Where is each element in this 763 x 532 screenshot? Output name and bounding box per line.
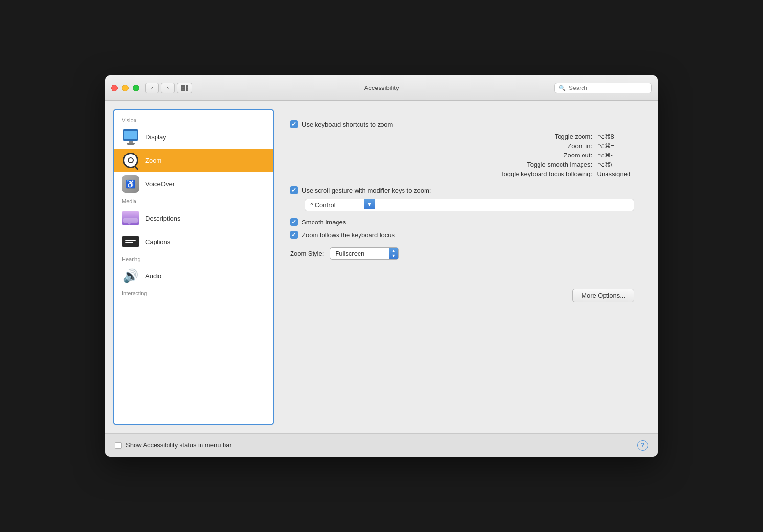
checkmark-icon-4: ✓ xyxy=(292,232,296,238)
grid-view-button[interactable] xyxy=(177,83,192,93)
hearing-section-header: Hearing xyxy=(114,253,273,264)
captions-label: Captions xyxy=(145,238,170,245)
checkmark-icon-3: ✓ xyxy=(292,219,296,225)
search-box[interactable]: 🔍 xyxy=(554,83,652,93)
sidebar-item-zoom[interactable]: Zoom xyxy=(114,149,273,172)
window-title: Accessibility xyxy=(364,84,399,91)
show-status-checkbox[interactable] xyxy=(115,442,122,449)
sidebar-item-display[interactable]: Display xyxy=(114,125,273,149)
chevron-up-icon: ▲ xyxy=(391,249,396,253)
zoom-in-label: Zoom in: xyxy=(494,142,592,150)
zoom-style-value: Fullscreen xyxy=(330,248,389,259)
accessibility-window: ‹ › Accessibility 🔍 Vision xyxy=(105,75,658,457)
nav-buttons: ‹ › xyxy=(145,83,175,93)
voiceover-label: VoiceOver xyxy=(145,180,175,188)
modifier-key-dropdown[interactable]: ^ Control ▼ xyxy=(305,199,634,211)
zoom-label: Zoom xyxy=(145,157,161,164)
traffic-lights xyxy=(111,85,139,91)
zoom-style-label: Zoom Style: xyxy=(290,250,324,257)
chevron-down-icon-2: ▼ xyxy=(391,254,396,258)
keyboard-focus-row: ✓ Zoom follows the keyboard focus xyxy=(290,231,634,239)
audio-label: Audio xyxy=(145,272,161,280)
zoom-out-value: ⌥⌘- xyxy=(595,152,634,159)
shortcut-row-smooth-images: Toggle smooth images: ⌥⌘\ xyxy=(305,161,634,168)
focus-following-value: Unassigned xyxy=(595,170,634,177)
keyboard-focus-checkbox[interactable]: ✓ xyxy=(290,231,298,239)
main-panel: ✓ Use keyboard shortcuts to zoom Toggle … xyxy=(274,109,650,425)
more-options-button[interactable]: More Options... xyxy=(572,289,634,302)
zoom-icon xyxy=(122,152,139,169)
sidebar: Vision Display xyxy=(113,109,274,425)
display-label: Display xyxy=(145,133,166,141)
audio-icon: 🔊 xyxy=(122,267,139,285)
keyboard-shortcuts-row: ✓ Use keyboard shortcuts to zoom xyxy=(290,120,634,128)
scroll-gesture-label: Use scroll gesture with modifier keys to… xyxy=(302,187,431,194)
focus-following-label: Toggle keyboard focus following: xyxy=(494,170,592,177)
help-button[interactable]: ? xyxy=(637,440,648,451)
shortcut-row-zoom-in: Zoom in: ⌥⌘= xyxy=(305,142,634,150)
search-icon: 🔍 xyxy=(559,85,566,91)
interacting-section-header: Interacting xyxy=(114,288,273,298)
zoom-in-value: ⌥⌘= xyxy=(595,142,634,150)
maximize-button[interactable] xyxy=(133,85,139,91)
keyboard-shortcuts-label: Use keyboard shortcuts to zoom xyxy=(302,121,393,128)
smooth-images-label: Toggle smooth images: xyxy=(494,161,592,168)
toggle-zoom-label: Toggle zoom: xyxy=(494,133,592,140)
scroll-gesture-row: ✓ Use scroll gesture with modifier keys … xyxy=(290,186,634,194)
sidebar-item-voiceover[interactable]: ♿ VoiceOver xyxy=(114,172,273,196)
minimize-button[interactable] xyxy=(122,85,129,91)
shortcut-row-focus: Toggle keyboard focus following: Unassig… xyxy=(305,170,634,177)
search-input[interactable] xyxy=(569,85,648,91)
zoom-out-label: Zoom out: xyxy=(494,152,592,159)
modifier-value-label: ^ Control xyxy=(305,200,364,211)
grid-icon xyxy=(181,85,188,91)
sidebar-item-audio[interactable]: 🔊 Audio xyxy=(114,264,273,288)
zoom-style-stepper[interactable]: ▲ ▼ xyxy=(389,248,398,259)
scroll-gesture-checkbox[interactable]: ✓ xyxy=(290,186,298,194)
sidebar-item-captions[interactable]: Captions xyxy=(114,230,273,253)
display-icon xyxy=(122,128,139,146)
keyboard-shortcuts-checkbox[interactable]: ✓ xyxy=(290,120,298,128)
vision-section-header: Vision xyxy=(114,114,273,125)
back-button[interactable]: ‹ xyxy=(145,83,159,93)
shortcut-row-toggle-zoom: Toggle zoom: ⌥⌘8 xyxy=(305,133,634,140)
voiceover-icon: ♿ xyxy=(122,175,139,193)
smooth-images-check-label: Smooth images xyxy=(302,219,346,226)
keyboard-focus-label: Zoom follows the keyboard focus xyxy=(302,231,395,239)
descriptions-icon xyxy=(122,209,139,227)
checkmark-icon: ✓ xyxy=(292,121,296,127)
main-content: Vision Display xyxy=(105,101,658,433)
modifier-dropdown-arrow[interactable]: ▼ xyxy=(364,200,375,209)
smooth-images-row: ✓ Smooth images xyxy=(290,218,634,226)
smooth-images-checkbox[interactable]: ✓ xyxy=(290,218,298,226)
smooth-images-value: ⌥⌘\ xyxy=(595,161,634,168)
sidebar-item-descriptions[interactable]: Descriptions xyxy=(114,206,273,230)
descriptions-label: Descriptions xyxy=(145,215,180,222)
forward-icon: › xyxy=(167,85,169,91)
back-icon: ‹ xyxy=(151,85,153,91)
question-mark-icon: ? xyxy=(641,442,645,449)
forward-button[interactable]: › xyxy=(161,83,175,93)
media-section-header: Media xyxy=(114,196,273,206)
zoom-style-row: Zoom Style: Fullscreen ▲ ▼ xyxy=(290,247,634,260)
captions-icon xyxy=(122,233,139,250)
close-button[interactable] xyxy=(111,85,118,91)
show-status-label: Show Accessibility status in menu bar xyxy=(126,442,232,449)
bottom-bar: Show Accessibility status in menu bar ? xyxy=(105,433,658,457)
chevron-down-icon: ▼ xyxy=(367,201,372,207)
zoom-style-dropdown[interactable]: Fullscreen ▲ ▼ xyxy=(330,247,399,260)
titlebar: ‹ › Accessibility 🔍 xyxy=(105,75,658,101)
shortcut-row-zoom-out: Zoom out: ⌥⌘- xyxy=(305,152,634,159)
toggle-zoom-value: ⌥⌘8 xyxy=(595,133,634,140)
checkmark-icon-2: ✓ xyxy=(292,187,296,193)
shortcuts-table: Toggle zoom: ⌥⌘8 Zoom in: ⌥⌘= Zoom out: … xyxy=(305,133,634,177)
